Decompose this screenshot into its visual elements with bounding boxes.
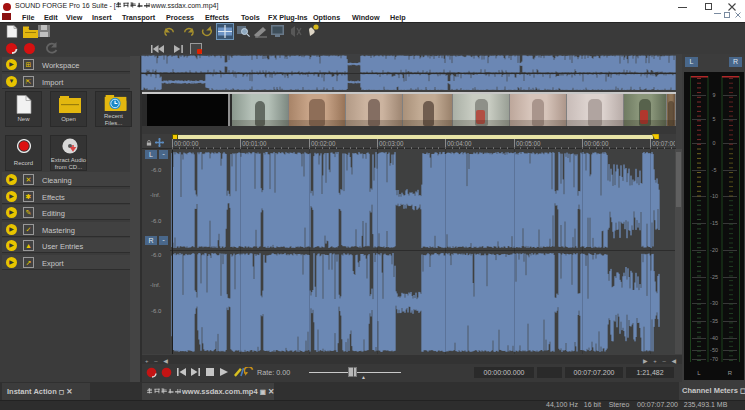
svg-text:R: R — [728, 370, 733, 376]
svg-text:-25: -25 — [710, 274, 718, 280]
svg-text:-35: -35 — [710, 318, 718, 324]
svg-text:-30: -30 — [710, 300, 718, 306]
svg-text:9: 9 — [713, 92, 716, 98]
svg-text:-20: -20 — [710, 247, 718, 253]
svg-text:-70: -70 — [710, 356, 718, 362]
svg-text:0: 0 — [713, 140, 716, 146]
svg-text:-15: -15 — [710, 220, 718, 226]
svg-text:-50: -50 — [710, 347, 718, 353]
svg-text:-10: -10 — [710, 193, 718, 199]
svg-text:-40: -40 — [710, 335, 718, 341]
svg-text:-5: -5 — [712, 167, 717, 173]
svg-text:5: 5 — [713, 116, 716, 122]
